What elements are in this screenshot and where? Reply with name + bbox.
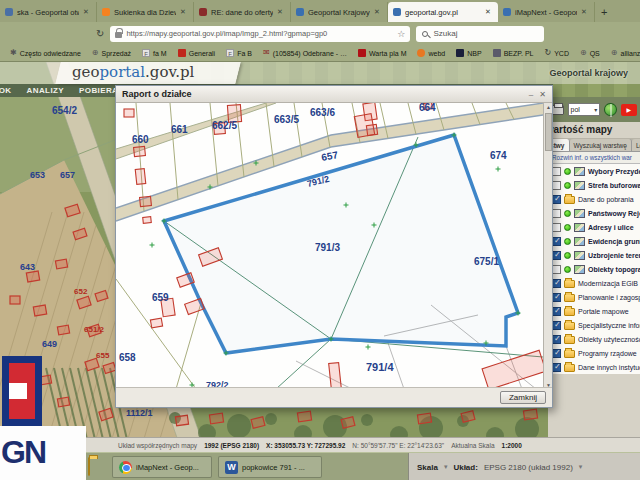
layer-row[interactable]: Portale mapowe: [548, 304, 640, 318]
layer-row[interactable]: Obiekty użyteczności pub: [548, 332, 640, 346]
layer-checkbox[interactable]: [552, 363, 561, 372]
layer-row[interactable]: Adresy i ulice: [548, 220, 640, 234]
modal-titlebar[interactable]: Raport o działce – ✕: [116, 86, 552, 103]
layer-row[interactable]: Planowanie i zagospoda: [548, 290, 640, 304]
tab-close-icon[interactable]: ✕: [180, 8, 188, 16]
layer-row[interactable]: Specjalistyczne informacj: [548, 318, 640, 332]
bookmark-item[interactable]: ⊕Sprzedaż: [92, 49, 131, 57]
imapnext-status-strip: Skala ▾ Układ: EPSG 2180 (układ 1992) ▾: [408, 453, 640, 480]
svg-text:659: 659: [152, 292, 169, 303]
bookmark-item[interactable]: ⊕allianz: [611, 49, 640, 57]
modal-footer: Zamknij: [116, 387, 552, 407]
layer-checkbox[interactable]: [552, 265, 561, 274]
folder-icon: [564, 336, 575, 344]
scrollbar-thumb[interactable]: [545, 113, 552, 151]
bookmark-item[interactable]: Warta pla M: [358, 49, 406, 57]
bookmark-item[interactable]: ✉(105854) Odebrane - …: [263, 49, 347, 57]
browser-tab[interactable]: Sukienka dla Dziewczynki✕: [97, 2, 194, 22]
geoportal-logo[interactable]: geoportal.gov.pl: [72, 63, 194, 81]
scroll-up-icon[interactable]: ▲: [544, 104, 553, 110]
bookmark-star-icon[interactable]: ☆: [397, 29, 405, 39]
bookmark-item[interactable]: NBP: [456, 49, 481, 57]
layer-row[interactable]: Obiekty topograficzn: [548, 262, 640, 276]
sidebar-tab[interactable]: Legenda: [632, 139, 640, 151]
sidebar-tab[interactable]: Wyszukaj warstwę: [570, 139, 632, 151]
close-icon[interactable]: ✕: [539, 90, 546, 99]
layer-checkbox[interactable]: [552, 321, 561, 330]
tab-close-icon[interactable]: ✕: [485, 8, 493, 16]
folder-icon: [564, 350, 575, 358]
minimize-icon[interactable]: –: [529, 90, 533, 99]
language-select[interactable]: pol▾: [568, 103, 601, 116]
layer-row[interactable]: Państwowy Rejestr G: [548, 206, 640, 220]
layer-checkbox[interactable]: [552, 335, 561, 344]
browser-toolbar: ↻ https://mapy.geoportal.gov.pl/imap/Img…: [0, 22, 640, 45]
bookmark-item[interactable]: FFa B: [226, 49, 252, 57]
tab-favicon: [503, 8, 511, 16]
map-viewport: 654/2653657643652651/26496551112/1 geopo…: [0, 62, 640, 452]
tab-close-icon[interactable]: ✕: [83, 8, 91, 16]
expand-all-layers-link[interactable]: Rozwiń inf. o wszystkich war: [548, 152, 640, 164]
bookmark-item[interactable]: Ffa M: [142, 49, 167, 57]
taskbar-chrome-window[interactable]: iMapNext - Geop...: [112, 456, 212, 478]
bookmark-item[interactable]: ↻YCD: [544, 49, 568, 57]
menu-item[interactable]: ANALIZY: [27, 86, 64, 95]
parcel-report-map[interactable]: 660661662/5663/5663/6664657674791/2791/3…: [116, 103, 543, 389]
svg-text:1112/1: 1112/1: [126, 408, 153, 418]
browser-tab[interactable]: iMapNext - Geoportal✕: [498, 2, 595, 22]
taskbar-word-window[interactable]: W popkowice 791 - ...: [218, 456, 322, 478]
bookmark-item[interactable]: webd: [417, 49, 445, 57]
new-tab-button[interactable]: +: [595, 2, 613, 22]
panel-title: Zawartość mapy: [548, 122, 640, 138]
layer-checkbox[interactable]: [552, 251, 561, 260]
tab-favicon: [296, 8, 304, 16]
tab-close-icon[interactable]: ✕: [374, 8, 382, 16]
browser-tab[interactable]: RE: dane do oferty ubezp✕: [194, 2, 291, 22]
svg-text:649: 649: [42, 339, 57, 349]
bookmark-item[interactable]: ⊕QS: [580, 49, 600, 57]
layer-checkbox[interactable]: [552, 349, 561, 358]
layer-row[interactable]: Ewidencja gruntów i b: [548, 234, 640, 248]
globe-icon[interactable]: [604, 103, 617, 116]
taskbar-folder-icon[interactable]: [88, 457, 90, 476]
tab-close-icon[interactable]: ✕: [277, 8, 285, 16]
layer-checkbox[interactable]: [552, 307, 561, 316]
tab-close-icon[interactable]: ✕: [581, 8, 589, 16]
layer-checkbox[interactable]: [552, 181, 561, 190]
browser-tab[interactable]: geoportal.gov.pl✕: [388, 2, 498, 22]
url-bar[interactable]: https://mapy.geoportal.gov.pl/imap/Imgp_…: [110, 26, 410, 42]
bookmark-item[interactable]: Generali: [178, 49, 215, 57]
menu-item[interactable]: WIDOK: [0, 86, 12, 95]
screen: ska - Geoportal otwart✕Sukienka dla Dzie…: [0, 0, 640, 480]
layer-checkbox[interactable]: [552, 167, 561, 176]
browser-tab[interactable]: Geoportal Krajowy – Geop✕: [291, 2, 388, 22]
browser-tab[interactable]: ska - Geoportal otwart✕: [0, 2, 97, 22]
layer-checkbox[interactable]: [552, 293, 561, 302]
zamknij-button[interactable]: Zamknij: [500, 391, 546, 404]
layer-row[interactable]: Wybory Prezydenckie: [548, 164, 640, 178]
search-box[interactable]: Szukaj: [416, 26, 544, 42]
bookmark-item[interactable]: ✱Często odwiedzane: [10, 49, 81, 57]
chrome-icon: [119, 461, 132, 474]
layer-row[interactable]: Dane do pobrania: [548, 192, 640, 206]
skala-dropdown-icon[interactable]: ▾: [444, 463, 448, 471]
uklad-dropdown-icon[interactable]: ▾: [579, 463, 583, 471]
map-status-bar: Układ współrzędnych mapy 1992 (EPSG 2180…: [0, 437, 640, 452]
bookmark-item[interactable]: BEZP. PL: [493, 49, 534, 57]
reload-icon[interactable]: ↻: [96, 28, 104, 39]
layer-row[interactable]: Uzbrojenie terenu: [548, 248, 640, 262]
layer-checkbox[interactable]: [552, 209, 561, 218]
layer-row[interactable]: Dane innych instytucji: [548, 360, 640, 374]
modal-scrollbar[interactable]: ▲ ▼: [543, 103, 552, 389]
layer-row[interactable]: Modernizacja EGiB: [548, 276, 640, 290]
layer-checkbox[interactable]: [552, 195, 561, 204]
layer-checkbox[interactable]: [552, 223, 561, 232]
layer-row[interactable]: Programy rządowe: [548, 346, 640, 360]
youtube-icon[interactable]: ▶: [621, 104, 637, 116]
logo-card-bottom: GN: [0, 426, 86, 480]
layer-row[interactable]: Strefa buforowa przy: [548, 178, 640, 192]
layer-checkbox[interactable]: [552, 237, 561, 246]
search-placeholder: Szukaj: [433, 29, 457, 38]
layer-checkbox[interactable]: [552, 279, 561, 288]
svg-text:664: 664: [419, 103, 436, 113]
